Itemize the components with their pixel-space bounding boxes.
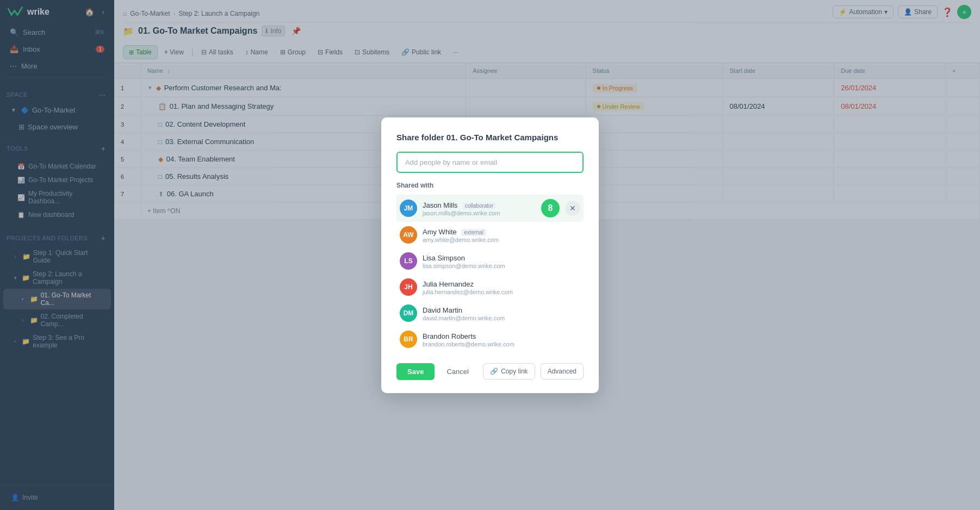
copy-link-button[interactable]: 🔗 Copy link <box>483 363 535 380</box>
user-row[interactable]: JM Jason Mills collaborator jason.mills@… <box>396 195 584 222</box>
user-avatar: JH <box>400 278 417 296</box>
share-modal: Share folder 01. Go-To Market Campaigns … <box>381 117 599 393</box>
user-info: Julia Hernandez julia.hernandez@demo.wri… <box>423 279 580 295</box>
user-name: Jason Mills <box>423 201 457 209</box>
user-tag: external <box>461 229 486 236</box>
user-email: jason.mills@demo.wrike.com <box>423 210 536 216</box>
user-row[interactable]: LS Lisa Simpson lisa.simpson@demo.wrike.… <box>396 248 584 274</box>
user-email: brandon.roberts@demo.wrike.com <box>423 341 580 347</box>
user-avatar: AW <box>400 226 417 244</box>
user-name: Julia Hernandez <box>423 280 474 288</box>
user-count-badge: 8 <box>541 199 560 217</box>
user-info: David Martin david.martin@demo.wrike.com <box>423 305 580 321</box>
user-remove-btn[interactable]: ✕ <box>565 201 580 216</box>
user-info: Jason Mills collaborator jason.mills@dem… <box>423 200 536 216</box>
user-info: Brandon Roberts brandon.roberts@demo.wri… <box>423 331 580 347</box>
people-search-input[interactable] <box>396 152 584 173</box>
user-name: Lisa Simpson <box>423 254 465 262</box>
user-avatar: JM <box>400 200 417 217</box>
user-email: julia.hernandez@demo.wrike.com <box>423 289 580 295</box>
user-avatar: BR <box>400 331 417 348</box>
user-tag: collaborator <box>462 202 496 209</box>
user-email: david.martin@demo.wrike.com <box>423 315 580 321</box>
user-email: amy.white@demo.wrike.com <box>423 237 580 243</box>
modal-folder-name: 01. Go-To Market Campaigns <box>446 133 559 142</box>
link-icon: 🔗 <box>490 368 498 375</box>
user-row[interactable]: BR Brandon Roberts brandon.roberts@demo.… <box>396 326 584 352</box>
user-email: lisa.simpson@demo.wrike.com <box>423 263 580 269</box>
user-name: Amy White <box>423 228 457 236</box>
user-row[interactable]: DM David Martin david.martin@demo.wrike.… <box>396 300 584 326</box>
user-avatar: LS <box>400 252 417 270</box>
user-name: David Martin <box>423 306 462 314</box>
user-info: Amy White external amy.white@demo.wrike.… <box>423 227 580 243</box>
cancel-button[interactable]: Cancel <box>440 363 475 380</box>
user-avatar: DM <box>400 304 417 322</box>
advanced-button[interactable]: Advanced <box>541 363 584 380</box>
save-button[interactable]: Save <box>396 363 435 380</box>
modal-footer: Save Cancel 🔗 Copy link Advanced <box>396 363 584 380</box>
modal-title: Share folder 01. Go-To Market Campaigns <box>396 133 584 142</box>
user-name: Brandon Roberts <box>423 332 476 340</box>
user-row[interactable]: JH Julia Hernandez julia.hernandez@demo.… <box>396 274 584 300</box>
modal-overlay[interactable]: Share folder 01. Go-To Market Campaigns … <box>0 0 980 510</box>
user-list: JM Jason Mills collaborator jason.mills@… <box>396 195 584 352</box>
user-row[interactable]: AW Amy White external amy.white@demo.wri… <box>396 222 584 248</box>
shared-with-label: Shared with <box>396 182 584 189</box>
user-info: Lisa Simpson lisa.simpson@demo.wrike.com <box>423 253 580 269</box>
